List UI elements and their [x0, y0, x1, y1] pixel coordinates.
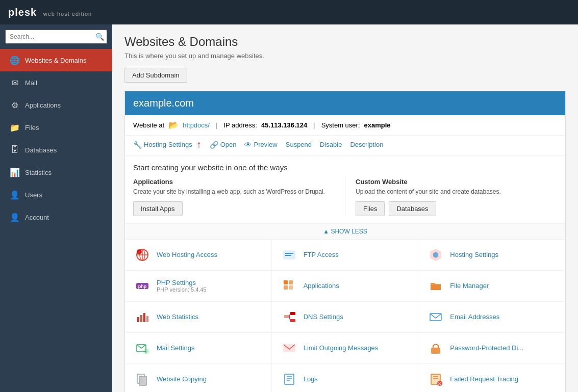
- start-panels: Applications Create your site by install…: [133, 178, 557, 216]
- applications-icon: ⚙: [10, 100, 20, 110]
- tool-applications-tool[interactable]: Applications: [272, 271, 419, 302]
- databases-icon: 🗄: [10, 145, 20, 155]
- sidebar-item-files[interactable]: 📁 Files: [0, 116, 112, 139]
- files-icon: 📁: [10, 122, 20, 133]
- mail-icon: ✉: [10, 77, 20, 88]
- svg-line-23: [289, 317, 290, 321]
- failed-request-tracing-label: Failed Request Tracing: [450, 375, 518, 383]
- applications-tool-label: Applications: [304, 282, 339, 290]
- tool-email-addresses[interactable]: Email Addresses: [418, 302, 565, 333]
- tool-web-hosting-access[interactable]: Web Hosting Access: [125, 240, 272, 271]
- email-addresses-label: Email Addresses: [450, 313, 499, 321]
- svg-rect-7: [285, 255, 291, 256]
- svg-rect-12: [284, 285, 288, 290]
- file-manager-icon: [426, 277, 445, 295]
- layout: 🔍 🌐 Websites & Domains ✉ Mail ⚙ Applicat…: [0, 24, 578, 392]
- svg-rect-19: [284, 315, 289, 318]
- sidebar-item-applications[interactable]: ⚙ Applications: [0, 94, 112, 116]
- svg-line-22: [289, 313, 290, 317]
- ftp-access-label: FTP Access: [304, 251, 339, 258]
- hosting-settings-link[interactable]: 🔧 Hosting Settings ↑: [133, 139, 202, 150]
- php-settings-label: PHP Settings: [157, 279, 207, 286]
- red-arrow-indicator: ↑: [196, 139, 202, 150]
- brand-logo: plesk web host edition: [8, 7, 92, 18]
- page-title: Websites & Domains: [124, 35, 566, 49]
- sidebar-nav: 🌐 Websites & Domains ✉ Mail ⚙ Applicatio…: [0, 49, 112, 228]
- file-manager-label: File Manager: [450, 282, 489, 290]
- tool-website-copying[interactable]: Website Copying: [125, 364, 272, 392]
- httpdocs-link[interactable]: httpdocs/: [183, 121, 210, 129]
- start-section: Start creating your website in one of th…: [125, 156, 565, 223]
- search-input[interactable]: [5, 30, 107, 44]
- svg-text:✓: ✓: [145, 350, 148, 354]
- users-icon: 👤: [10, 190, 20, 200]
- php-settings-sublabel: PHP version: 5.4.45: [157, 286, 207, 293]
- limit-outgoing-icon: [280, 339, 298, 357]
- tool-php-settings[interactable]: phpPHP SettingsPHP version: 5.4.45: [125, 271, 272, 302]
- tool-mail-settings[interactable]: ✓Mail Settings: [125, 333, 272, 364]
- search-icon: 🔍: [95, 33, 104, 41]
- domain-meta: Website at 📂 httpdocs/ | IP address: 45.…: [125, 115, 565, 136]
- password-protected-label: Password-Protected Di...: [450, 344, 523, 352]
- tool-web-statistics[interactable]: Web Statistics: [125, 302, 272, 333]
- page-subtitle: This is where you set up and manage webs…: [124, 52, 566, 60]
- files-button[interactable]: Files: [356, 201, 385, 216]
- web-hosting-access-icon: [133, 246, 152, 264]
- apps-panel: Applications Create your site by install…: [133, 178, 345, 216]
- custom-panel: Custom Website Upload the content of you…: [345, 178, 557, 216]
- svg-rect-16: [140, 315, 142, 322]
- preview-link[interactable]: 👁 Preview: [244, 141, 277, 149]
- svg-rect-15: [137, 317, 139, 322]
- mail-settings-label: Mail Settings: [157, 344, 194, 352]
- open-link[interactable]: 🔗 Open: [210, 141, 237, 149]
- tool-failed-request-tracing[interactable]: ✕Failed Request Tracing: [418, 364, 565, 392]
- dns-settings-label: DNS Settings: [304, 313, 343, 321]
- tool-password-protected[interactable]: Password-Protected Di...: [418, 333, 565, 364]
- tool-hosting-settings-tool[interactable]: Hosting Settings: [418, 240, 565, 271]
- tool-logs[interactable]: Logs: [272, 364, 419, 392]
- main-content: Websites & Domains This is where you set…: [112, 24, 578, 392]
- tool-ftp-access[interactable]: FTP Access: [272, 240, 419, 271]
- email-addresses-icon: [426, 308, 445, 326]
- hosting-settings-tool-icon: [426, 246, 445, 264]
- limit-outgoing-label: Limit Outgoing Messages: [304, 344, 379, 352]
- preview-icon: 👁: [244, 141, 252, 149]
- tool-file-manager[interactable]: File Manager: [418, 271, 565, 302]
- account-icon: 👤: [10, 212, 20, 222]
- sidebar-item-account[interactable]: 👤 Account: [0, 206, 112, 228]
- description-link[interactable]: Description: [350, 141, 383, 148]
- domain-actions: 🔧 Hosting Settings ↑ 🔗 Open 👁 Preview Su…: [125, 136, 565, 156]
- applications-tool-icon: [280, 277, 298, 295]
- statistics-icon: 📊: [10, 167, 20, 177]
- disable-link[interactable]: Disable: [320, 141, 342, 148]
- open-icon: 🔗: [210, 141, 218, 149]
- logs-label: Logs: [304, 375, 318, 383]
- sidebar-item-mail[interactable]: ✉ Mail: [0, 71, 112, 94]
- add-subdomain-button[interactable]: Add Subdomain: [124, 68, 187, 83]
- website-copying-icon: [133, 370, 152, 388]
- svg-rect-18: [146, 316, 148, 322]
- svg-rect-6: [285, 253, 293, 254]
- logs-icon: [280, 370, 298, 388]
- databases-button[interactable]: Databases: [389, 201, 436, 216]
- install-apps-button[interactable]: Install Apps: [133, 201, 183, 216]
- apps-panel-description: Create your site by installing a web app…: [133, 188, 335, 196]
- svg-rect-14: [431, 285, 441, 290]
- svg-text:✕: ✕: [438, 381, 442, 386]
- svg-point-4: [137, 249, 142, 254]
- websites-domains-icon: 🌐: [10, 55, 20, 65]
- password-protected-icon: [426, 339, 445, 357]
- show-less-bar[interactable]: ▲ SHOW LESS: [125, 223, 565, 239]
- tools-grid: Web Hosting AccessFTP AccessHosting Sett…: [125, 239, 565, 392]
- hosting-settings-action-icon: 🔧: [133, 141, 142, 149]
- tool-dns-settings[interactable]: DNS Settings: [272, 302, 419, 333]
- sidebar-item-statistics[interactable]: 📊 Statistics: [0, 161, 112, 184]
- tool-limit-outgoing[interactable]: Limit Outgoing Messages: [272, 333, 419, 364]
- svg-rect-31: [139, 376, 146, 385]
- domain-header: example.com: [125, 91, 565, 115]
- sidebar-item-websites-domains[interactable]: 🌐 Websites & Domains: [0, 49, 112, 71]
- sidebar-item-databases[interactable]: 🗄 Databases: [0, 139, 112, 161]
- sidebar-item-users[interactable]: 👤 Users: [0, 184, 112, 206]
- svg-rect-13: [289, 285, 293, 290]
- suspend-link[interactable]: Suspend: [286, 141, 312, 148]
